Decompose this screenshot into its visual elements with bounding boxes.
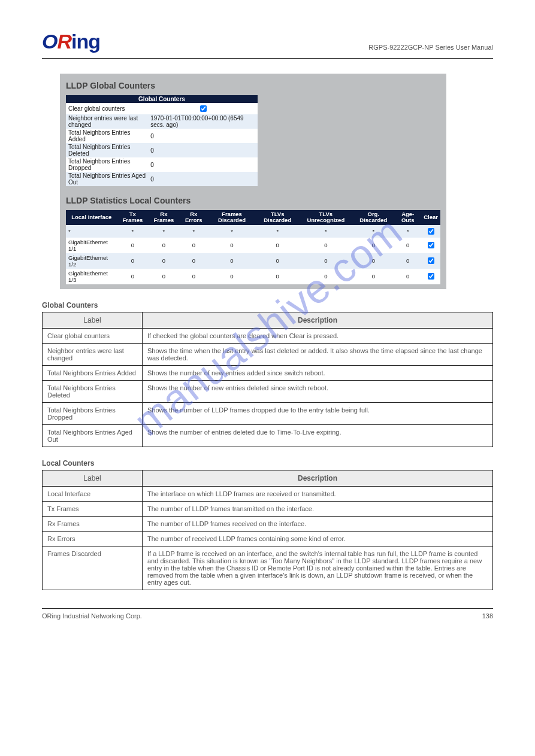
spec-g-r4-d: Shows the number of LLDP frames dropped … (143, 402, 493, 424)
spec-g-r5-l: Total Neighbors Entries Aged Out (43, 424, 143, 447)
oring-logo: ORing (42, 30, 100, 53)
clear-global-checkbox[interactable] (200, 105, 207, 112)
spec-table-local: Label Description Local Interface The in… (42, 470, 493, 590)
ui-title-global: LLDP Global Counters (66, 81, 440, 90)
spec-col-desc: Description (143, 312, 493, 328)
spec-l-r4-d: If a LLDP frame is received on an interf… (143, 546, 493, 590)
gc-deleted-label: Total Neighbors Entries Deleted (66, 143, 148, 157)
ui-screenshot: LLDP Global Counters Global Counters Cle… (60, 74, 446, 289)
spec-heading-local: Local Counters (42, 459, 493, 467)
spec-l-r4-l: Frames Discarded (43, 546, 143, 590)
spec-l-r0-d: The interface on which LLDP frames are r… (143, 486, 493, 501)
lc-h7: Org. Discarded (352, 210, 394, 225)
gc-deleted-value: 0 (148, 143, 258, 157)
spec-table-global: Label Description Clear global counters … (42, 312, 493, 447)
global-counters-table: Global Counters Clear global counters Ne… (66, 95, 258, 186)
footer: ORing Industrial Networking Corp. 138 (42, 608, 493, 620)
gc-last-value: 1970-01-01T00:00:00+00:00 (6549 secs. ag… (148, 114, 258, 129)
spec-g-r0-l: Clear global counters (43, 328, 143, 343)
spec-g-r2-d: Shows the number of new entries added si… (143, 365, 493, 380)
spec-l-r1-d: The number of LLDP frames transmitted on… (143, 501, 493, 516)
clear-all-checkbox[interactable] (428, 228, 434, 235)
gc-added-label: Total Neighbors Entries Added (66, 129, 148, 143)
spec-l-r2-d: The number of LLDP frames received on th… (143, 516, 493, 531)
spec-col-label: Label (43, 470, 143, 486)
lc-h4: Frames Discarded (208, 210, 256, 225)
spec-g-r1-l: Neighbor entries were last changed (43, 343, 143, 365)
lc-r3-name: GigabitEthernet 1/3 (66, 269, 117, 284)
spec-col-desc: Description (143, 470, 493, 486)
clear-row-checkbox[interactable] (428, 242, 434, 248)
gc-aged-value: 0 (148, 172, 258, 186)
lc-h2: Rx Frames (148, 210, 179, 225)
gc-dropped-label: Total Neighbors Entries Dropped (66, 157, 148, 172)
lc-h9: Clear (421, 210, 440, 225)
gc-last-label: Neighbor entries were last changed (66, 114, 148, 129)
lc-star: * (66, 225, 117, 238)
spec-g-r5-d: Shows the number of entries deleted due … (143, 424, 493, 447)
header-model: RGPS-92222GCP-NP Series User Manual (368, 44, 493, 53)
footer-page: 138 (482, 612, 493, 620)
gc-aged-label: Total Neighbors Entries Aged Out (66, 172, 148, 186)
footer-left: ORing Industrial Networking Corp. (42, 612, 142, 620)
gc-head: Global Counters (66, 95, 258, 103)
clear-row-checkbox[interactable] (428, 273, 434, 280)
gc-added-value: 0 (148, 129, 258, 143)
spec-g-r3-l: Total Neighbors Entries Deleted (43, 380, 143, 402)
lc-r1-name: GigabitEthernet 1/1 (66, 238, 117, 253)
spec-l-r3-l: Rx Errors (43, 531, 143, 546)
lc-h1: Tx Frames (117, 210, 148, 225)
header-row: ORing RGPS-92222GCP-NP Series User Manua… (42, 30, 493, 59)
spec-g-r0-d: If checked the global counters are clear… (143, 328, 493, 343)
spec-l-r3-d: The number of received LLDP frames conta… (143, 531, 493, 546)
spec-g-r2-l: Total Neighbors Entries Added (43, 365, 143, 380)
lc-h3: Rx Errors (180, 210, 208, 225)
spec-g-r3-d: Shows the number of new entries deleted … (143, 380, 493, 402)
lc-h8: Age-Outs (394, 210, 421, 225)
lc-h0: Local Interface (66, 210, 117, 225)
lc-r2-name: GigabitEthernet 1/2 (66, 253, 117, 269)
gc-dropped-value: 0 (148, 157, 258, 172)
spec-l-r1-l: Tx Frames (43, 501, 143, 516)
spec-g-r1-d: Shows the time when the last entry was l… (143, 343, 493, 365)
spec-col-label: Label (43, 312, 143, 328)
ui-title-local: LLDP Statistics Local Counters (66, 196, 440, 205)
spec-l-r2-l: Rx Frames (43, 516, 143, 531)
local-counters-table: Local Interface Tx Frames Rx Frames Rx E… (66, 210, 440, 284)
spec-heading-global: Global Counters (42, 301, 493, 309)
clear-row-checkbox[interactable] (428, 257, 434, 264)
spec-g-r4-l: Total Neighbors Entries Dropped (43, 402, 143, 424)
lc-h6: TLVs Unrecognized (299, 210, 352, 225)
lc-h5: TLVs Discarded (256, 210, 299, 225)
gc-clear-label: Clear global counters (66, 103, 148, 114)
spec-l-r0-l: Local Interface (43, 486, 143, 501)
